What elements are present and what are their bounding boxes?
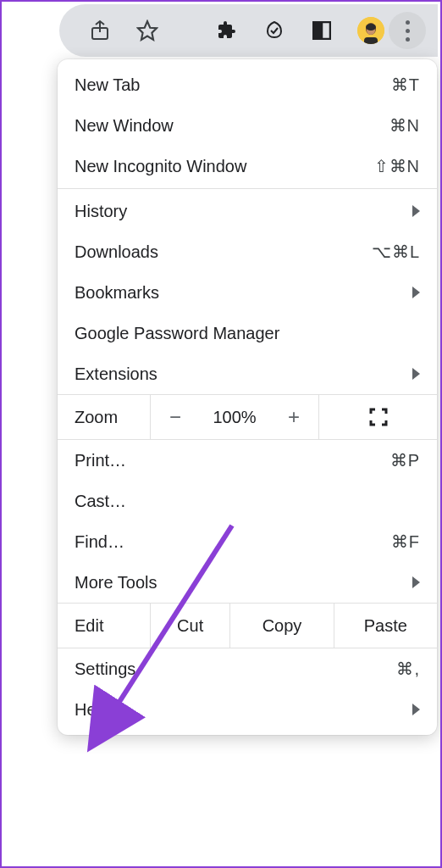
menu-zoom-row: Zoom − 100% + — [58, 394, 437, 440]
menu-new-window[interactable]: New Window ⌘N — [58, 105, 437, 146]
edit-label: Edit — [58, 604, 151, 648]
menu-label: New Tab — [75, 75, 140, 95]
menu-label: Cast… — [75, 492, 126, 511]
menu-new-tab[interactable]: New Tab ⌘T — [58, 64, 437, 105]
menu-edit-row: Edit Cut Copy Paste — [58, 603, 437, 648]
chevron-right-icon — [412, 368, 420, 380]
shortcut: ⌘P — [390, 450, 420, 470]
menu-label: Settings — [75, 659, 135, 679]
chevron-right-icon — [412, 576, 420, 588]
svg-rect-7 — [364, 37, 378, 44]
menu-label: Help — [75, 700, 109, 720]
svg-point-8 — [366, 24, 376, 31]
menu-find[interactable]: Find… ⌘F — [58, 521, 437, 562]
menu-settings[interactable]: Settings ⌘, — [58, 648, 437, 689]
panel-icon[interactable] — [310, 19, 334, 42]
edit-paste-button[interactable]: Paste — [334, 604, 437, 648]
puzzle-icon[interactable] — [215, 19, 239, 42]
svg-rect-3 — [313, 22, 322, 39]
zoom-out-button[interactable]: − — [151, 395, 200, 439]
menu-label: Find… — [75, 532, 124, 552]
menu-label: More Tools — [75, 573, 157, 593]
menu-password-manager[interactable]: Google Password Manager — [58, 313, 437, 353]
chevron-right-icon — [412, 287, 420, 298]
menu-label: Downloads — [75, 242, 158, 262]
menu-label: New Window — [75, 116, 174, 136]
eco-icon[interactable] — [262, 19, 286, 42]
menu-extensions[interactable]: Extensions — [58, 353, 437, 394]
menu-print[interactable]: Print… ⌘P — [58, 440, 437, 481]
shortcut: ⇧⌘N — [374, 156, 420, 176]
profile-avatar[interactable] — [357, 17, 384, 44]
menu-label: Extensions — [75, 364, 157, 384]
shortcut: ⌘N — [390, 115, 420, 136]
shortcut: ⌘F — [391, 531, 420, 552]
shortcut: ⌥⌘L — [372, 242, 420, 262]
menu-new-incognito[interactable]: New Incognito Window ⇧⌘N — [58, 146, 437, 186]
zoom-label: Zoom — [58, 395, 151, 439]
browser-toolbar — [59, 4, 438, 57]
menu-cast[interactable]: Cast… — [58, 481, 437, 521]
menu-label: New Incognito Window — [75, 157, 246, 176]
svg-marker-1 — [138, 21, 157, 40]
star-icon[interactable] — [135, 19, 159, 42]
more-menu-button[interactable] — [389, 12, 426, 49]
shortcut: ⌘, — [396, 659, 420, 679]
menu-history[interactable]: History — [58, 191, 437, 231]
edit-copy-button[interactable]: Copy — [230, 604, 334, 648]
divider — [58, 188, 437, 189]
chevron-right-icon — [412, 205, 420, 217]
fullscreen-button[interactable] — [318, 395, 437, 439]
browser-menu: New Tab ⌘T New Window ⌘N New Incognito W… — [58, 59, 437, 735]
zoom-in-button[interactable]: + — [269, 395, 318, 439]
menu-downloads[interactable]: Downloads ⌥⌘L — [58, 231, 437, 272]
edit-cut-button[interactable]: Cut — [151, 604, 230, 648]
menu-label: History — [75, 202, 127, 221]
zoom-value: 100% — [200, 395, 269, 439]
chevron-right-icon — [412, 704, 420, 715]
menu-bookmarks[interactable]: Bookmarks — [58, 272, 437, 313]
menu-label: Google Password Manager — [75, 324, 279, 343]
share-icon[interactable] — [88, 19, 112, 42]
menu-help[interactable]: Help — [58, 689, 437, 730]
menu-label: Bookmarks — [75, 283, 159, 303]
shortcut: ⌘T — [391, 75, 420, 95]
menu-label: Print… — [75, 451, 126, 470]
menu-more-tools[interactable]: More Tools — [58, 562, 437, 603]
